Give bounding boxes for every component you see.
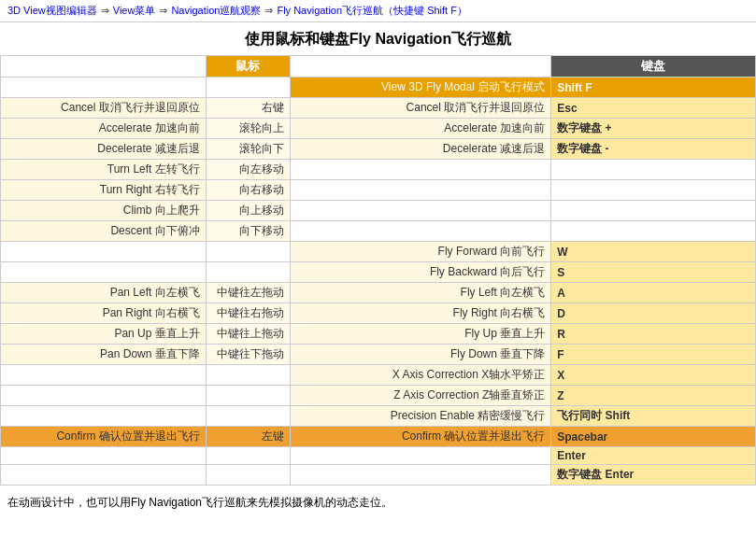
mouse-cell <box>206 77 290 98</box>
breadcrumb: 3D View视图编辑器 ⇒ View菜单 ⇒ Navigation巡航观察 ⇒… <box>0 0 756 22</box>
left-action-cell <box>1 465 207 486</box>
breadcrumb-sep-3: ⇒ <box>264 5 273 17</box>
page-title: 使用鼠标和键盘Fly Navigation飞行巡航 <box>0 22 756 55</box>
left-action-cell <box>1 77 207 98</box>
left-action-cell: Confirm 确认位置并退出飞行 <box>1 427 207 447</box>
table-row: Accelerate 加速向前滚轮向上Accelerate 加速向前数字键盘 + <box>1 119 756 139</box>
breadcrumb-item-3[interactable]: Navigation巡航观察 <box>171 4 261 18</box>
table-row: Descent 向下俯冲向下移动 <box>1 221 756 242</box>
key-cell: Spacebar <box>551 427 756 447</box>
right-action-cell: Cancel 取消飞行并退回原位 <box>290 98 551 119</box>
mouse-cell: 右键 <box>206 98 290 119</box>
left-action-cell <box>1 242 207 262</box>
breadcrumb-item-1[interactable]: 3D View视图编辑器 <box>7 4 97 18</box>
breadcrumb-sep-2: ⇒ <box>159 5 167 17</box>
key-cell: Shift F <box>551 77 756 98</box>
table-row: Turn Right 右转飞行向右移动 <box>1 180 756 201</box>
left-action-cell: Descent 向下俯冲 <box>1 221 207 242</box>
key-cell <box>551 160 756 180</box>
left-action-cell <box>1 365 207 386</box>
left-action-cell: Pan Left 向左横飞 <box>1 283 207 303</box>
key-cell: Esc <box>551 98 756 119</box>
key-cell <box>551 221 756 242</box>
left-action-cell: Cancel 取消飞行并退回原位 <box>1 98 207 119</box>
mouse-cell: 向上移动 <box>206 201 290 221</box>
key-cell: X <box>551 365 756 386</box>
right-action-cell <box>290 447 551 465</box>
table-row: Pan Up 垂直上升中键往上拖动Fly Up 垂直上升R <box>1 324 756 345</box>
mouse-cell: 中键往右拖动 <box>206 303 290 324</box>
right-action-cell <box>290 465 551 486</box>
right-action-cell: Fly Backward 向后飞行 <box>290 262 551 283</box>
breadcrumb-sep-1: ⇒ <box>101 5 109 17</box>
right-action-cell <box>290 221 551 242</box>
table-row: Turn Left 左转飞行向左移动 <box>1 160 756 180</box>
key-cell: Enter <box>551 447 756 465</box>
mouse-cell <box>206 386 290 406</box>
navigation-table: 鼠标 键盘 View 3D Fly Modal 启动飞行模式Shift FCan… <box>0 55 756 486</box>
key-cell: Z <box>551 386 756 406</box>
mouse-cell <box>206 262 290 283</box>
left-action-cell <box>1 447 207 465</box>
right-action-cell <box>290 180 551 201</box>
table-row: Climb 向上爬升向上移动 <box>1 201 756 221</box>
mouse-cell <box>206 447 290 465</box>
table-row: Fly Backward 向后飞行S <box>1 262 756 283</box>
mouse-column-header: 鼠标 <box>206 56 290 77</box>
left-action-cell: Pan Up 垂直上升 <box>1 324 207 345</box>
table-row: Z Axis Correction Z轴垂直矫正Z <box>1 386 756 406</box>
key-cell: 飞行同时 Shift <box>551 406 756 427</box>
right-action-cell: X Axis Correction X轴水平矫正 <box>290 365 551 386</box>
table-row: Pan Left 向左横飞中键往左拖动Fly Left 向左横飞A <box>1 283 756 303</box>
left-action-cell: Turn Right 右转飞行 <box>1 180 207 201</box>
table-row: Confirm 确认位置并退出飞行左键Confirm 确认位置并退出飞行Spac… <box>1 427 756 447</box>
key-cell: R <box>551 324 756 345</box>
right-action-cell: Fly Down 垂直下降 <box>290 345 551 365</box>
mouse-cell: 向左移动 <box>206 160 290 180</box>
key-cell: A <box>551 283 756 303</box>
breadcrumb-item-2[interactable]: View菜单 <box>113 4 156 18</box>
key-cell: 数字键盘 Enter <box>551 465 756 486</box>
table-row: Pan Down 垂直下降中键往下拖动Fly Down 垂直下降F <box>1 345 756 365</box>
right-action-cell: Fly Forward 向前飞行 <box>290 242 551 262</box>
left-action-cell <box>1 406 207 427</box>
right-action-cell: Fly Right 向右横飞 <box>290 303 551 324</box>
key-cell <box>551 180 756 201</box>
left-action-cell <box>1 386 207 406</box>
mouse-cell: 中键往左拖动 <box>206 283 290 303</box>
right-action-cell: Precision Enable 精密缓慢飞行 <box>290 406 551 427</box>
mouse-cell: 向下移动 <box>206 221 290 242</box>
right-action-cell: Fly Left 向左横飞 <box>290 283 551 303</box>
mouse-cell <box>206 465 290 486</box>
breadcrumb-item-4[interactable]: Fly Navigation飞行巡航（快捷键 Shift F） <box>277 4 467 18</box>
table-row: Fly Forward 向前飞行W <box>1 242 756 262</box>
table-row: Decelerate 减速后退滚轮向下Decelerate 减速后退数字键盘 - <box>1 139 756 160</box>
right-action-cell: Decelerate 减速后退 <box>290 139 551 160</box>
mouse-cell: 向右移动 <box>206 180 290 201</box>
table-row: Precision Enable 精密缓慢飞行飞行同时 Shift <box>1 406 756 427</box>
mouse-cell <box>206 365 290 386</box>
table-row: Enter <box>1 447 756 465</box>
mouse-cell: 左键 <box>206 427 290 447</box>
right-action-cell <box>290 160 551 180</box>
mouse-cell: 中键往上拖动 <box>206 324 290 345</box>
mouse-cell: 中键往下拖动 <box>206 345 290 365</box>
key-cell: F <box>551 345 756 365</box>
left-action-cell: Decelerate 减速后退 <box>1 139 207 160</box>
table-body: View 3D Fly Modal 启动飞行模式Shift FCancel 取消… <box>1 77 756 486</box>
mouse-cell <box>206 242 290 262</box>
key-cell: 数字键盘 - <box>551 139 756 160</box>
table-row: View 3D Fly Modal 启动飞行模式Shift F <box>1 77 756 98</box>
left-action-cell: Accelerate 加速向前 <box>1 119 207 139</box>
key-cell: D <box>551 303 756 324</box>
mouse-cell: 滚轮向下 <box>206 139 290 160</box>
left-action-cell: Climb 向上爬升 <box>1 201 207 221</box>
right-action-cell: Z Axis Correction Z轴垂直矫正 <box>290 386 551 406</box>
key-cell <box>551 201 756 221</box>
right-action-cell <box>290 201 551 221</box>
left-action-cell <box>1 262 207 283</box>
key-cell: S <box>551 262 756 283</box>
table-row: X Axis Correction X轴水平矫正X <box>1 365 756 386</box>
key-column-header: 键盘 <box>551 56 756 77</box>
right-action-cell: View 3D Fly Modal 启动飞行模式 <box>290 77 551 98</box>
